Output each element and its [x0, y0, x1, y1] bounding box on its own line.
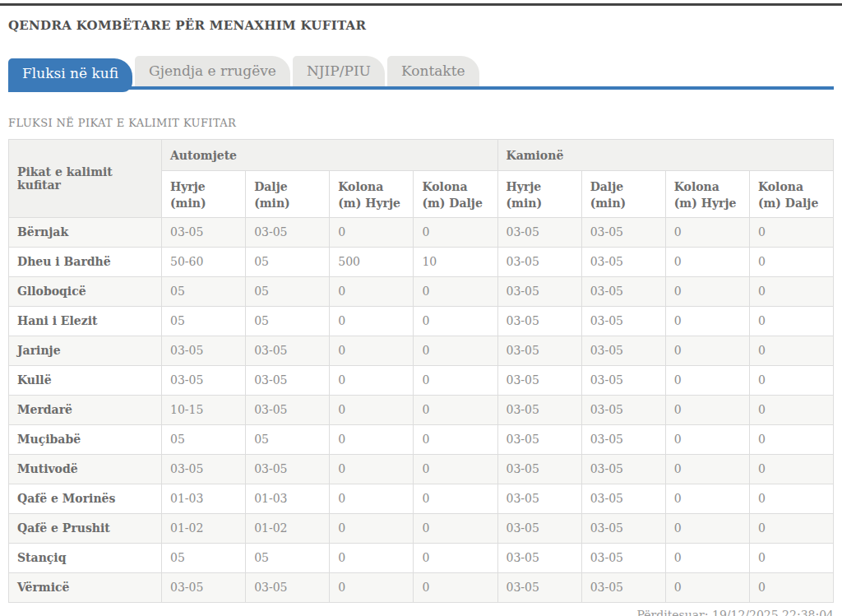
cell-value: 0: [330, 454, 414, 484]
cell-value: 0: [749, 306, 833, 336]
cell-value: 0: [749, 543, 833, 572]
cell-value: 03-05: [581, 454, 665, 484]
table-row: Mutivodë03-0503-050003-0503-0500: [9, 454, 834, 484]
cell-value: 0: [330, 395, 414, 424]
cell-value: 0: [330, 484, 414, 513]
column-header-automjete-dalje: Dalje (min): [246, 171, 330, 218]
column-header-automjete-kolona-dalje: Kolona (m) Dalje: [414, 171, 497, 218]
cell-value: 0: [749, 276, 833, 306]
cell-value: 0: [414, 217, 497, 247]
column-header-kamione-kolona-dalje: Kolona (m) Dalje: [749, 171, 833, 218]
cell-value: 03-05: [581, 395, 665, 424]
tab-bar: Fluksi në kufi Gjendja e rrugëve NJIP/PI…: [8, 56, 834, 90]
cell-value: 03-05: [497, 217, 581, 247]
cell-value: 0: [665, 365, 749, 395]
border-point-name: Glloboqicë: [9, 276, 162, 306]
cell-value: 0: [414, 336, 497, 365]
cell-value: 03-05: [162, 336, 246, 365]
cell-value: 0: [330, 365, 414, 395]
cell-value: 0: [414, 395, 497, 424]
column-header-border-points: Pikat e kalimit kufitar: [9, 140, 162, 218]
column-header-kamione-kolona-hyrje: Kolona (m) Hyrje: [665, 171, 749, 218]
cell-value: 0: [749, 247, 833, 276]
cell-value: 0: [749, 217, 833, 247]
border-point-name: Mutivodë: [9, 454, 162, 484]
cell-value: 05: [162, 306, 246, 336]
section-title: FLUKSI NË PIKAT E KALIMIT KUFITAR: [8, 117, 834, 129]
table-row: Merdarë10-1503-050003-0503-0500: [9, 395, 834, 424]
cell-value: 0: [749, 395, 833, 424]
column-header-automjete-kolona-hyrje: Kolona (m) Hyrje: [330, 171, 414, 218]
cell-value: 03-05: [246, 365, 330, 395]
table-row: Bërnjak03-0503-050003-0503-0500: [9, 217, 834, 247]
cell-value: 01-02: [246, 513, 330, 543]
cell-value: 01-03: [246, 484, 330, 513]
cell-value: 0: [665, 513, 749, 543]
cell-value: 05: [246, 543, 330, 572]
cell-value: 0: [414, 365, 497, 395]
cell-value: 0: [665, 217, 749, 247]
cell-value: 03-05: [246, 454, 330, 484]
cell-value: 10: [414, 247, 497, 276]
column-header-automjete-hyrje: Hyrje (min): [162, 171, 246, 218]
table-row: Stançiq05050003-0503-0500: [9, 543, 834, 572]
cell-value: 05: [162, 543, 246, 572]
cell-value: 0: [665, 543, 749, 572]
cell-value: 05: [162, 424, 246, 454]
border-point-name: Bërnjak: [9, 217, 162, 247]
cell-value: 01-03: [162, 484, 246, 513]
cell-value: 0: [330, 543, 414, 572]
cell-value: 03-05: [581, 572, 665, 602]
column-header-kamione-dalje: Dalje (min): [581, 171, 665, 218]
cell-value: 0: [330, 572, 414, 602]
cell-value: 0: [414, 572, 497, 602]
border-point-name: Qafë e Morinës: [9, 484, 162, 513]
border-point-name: Stançiq: [9, 543, 162, 572]
table-row: Glloboqicë05050003-0503-0500: [9, 276, 834, 306]
cell-value: 03-05: [581, 484, 665, 513]
table-row: Vërmicë03-0503-050003-0503-0500: [9, 572, 834, 602]
column-group-kamione: Kamionë: [497, 140, 834, 171]
table-row: Muçibabë05050003-0503-0500: [9, 424, 834, 454]
cell-value: 0: [665, 306, 749, 336]
top-divider: [0, 3, 842, 6]
cell-value: 03-05: [162, 217, 246, 247]
cell-value: 01-02: [162, 513, 246, 543]
last-updated: Përditesuar: 19/12/2025 22:38:04: [8, 609, 834, 616]
table-row: Jarinje03-0503-050003-0503-0500: [9, 336, 834, 365]
cell-value: 0: [749, 365, 833, 395]
border-point-name: Vërmicë: [9, 572, 162, 602]
cell-value: 0: [330, 276, 414, 306]
tab-njip-piu[interactable]: NJIP/PIU: [293, 56, 385, 86]
column-header-kamione-hyrje: Hyrje (min): [497, 171, 581, 218]
cell-value: 03-05: [497, 513, 581, 543]
border-point-name: Muçibabë: [9, 424, 162, 454]
cell-value: 03-05: [497, 395, 581, 424]
cell-value: 0: [414, 543, 497, 572]
cell-value: 0: [749, 424, 833, 454]
cell-value: 03-05: [581, 424, 665, 454]
cell-value: 03-05: [246, 217, 330, 247]
column-group-automjete: Automjete: [162, 140, 498, 171]
cell-value: 0: [330, 424, 414, 454]
cell-value: 0: [665, 247, 749, 276]
cell-value: 10-15: [162, 395, 246, 424]
border-point-name: Kullë: [9, 365, 162, 395]
cell-value: 05: [246, 276, 330, 306]
cell-value: 03-05: [581, 543, 665, 572]
cell-value: 03-05: [246, 395, 330, 424]
cell-value: 0: [665, 424, 749, 454]
cell-value: 03-05: [162, 572, 246, 602]
cell-value: 0: [665, 336, 749, 365]
tab-kontakte[interactable]: Kontakte: [387, 56, 479, 86]
tab-fluksi-ne-kufi[interactable]: Fluksi në kufi: [8, 58, 132, 92]
cell-value: 05: [162, 276, 246, 306]
cell-value: 0: [330, 217, 414, 247]
cell-value: 03-05: [581, 513, 665, 543]
border-point-name: Merdarë: [9, 395, 162, 424]
page-title: QENDRA KOMBËTARE PËR MENAXHIM KUFITAR: [8, 18, 834, 33]
cell-value: 0: [330, 336, 414, 365]
border-point-name: Dheu i Bardhë: [9, 247, 162, 276]
tab-gjendja-e-rrugeve[interactable]: Gjendja e rrugëve: [135, 56, 290, 86]
cell-value: 50-60: [162, 247, 246, 276]
